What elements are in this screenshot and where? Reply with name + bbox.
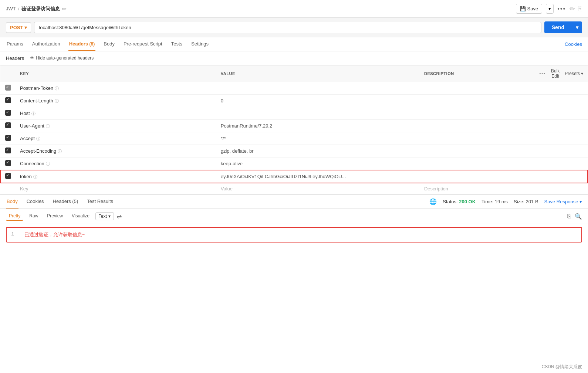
format-select[interactable]: Text ▾	[95, 212, 114, 220]
tab-settings[interactable]: Settings	[190, 37, 209, 51]
info-icon[interactable]: ⓘ	[55, 99, 59, 103]
format-label: Text	[99, 214, 107, 219]
info-icon[interactable]: ⓘ	[33, 174, 37, 179]
save-dropdown-button[interactable]: ▾	[546, 4, 554, 14]
value-cell: keep-alive	[216, 157, 420, 170]
value-cell	[216, 107, 420, 120]
desc-cell	[420, 107, 535, 120]
search-response-icon[interactable]: 🔍	[575, 213, 582, 220]
bulk-edit-button[interactable]: Bulk Edit	[551, 68, 560, 79]
row-checkbox[interactable]	[5, 160, 11, 166]
wrap-button[interactable]: ⇌	[117, 213, 122, 220]
tab-params[interactable]: Params	[6, 37, 24, 51]
info-icon[interactable]: ⓘ	[46, 162, 50, 166]
row-checkbox[interactable]	[5, 147, 11, 153]
edit-icon[interactable]: ✏	[62, 6, 67, 12]
row-actions	[535, 132, 588, 145]
response-section: Body Cookies Headers (5) Test Results 🌐 …	[0, 194, 588, 243]
empty-desc-cell[interactable]: Description	[420, 183, 535, 194]
send-label: Send	[544, 21, 572, 33]
response-line: 1 已通过验证，允许获取信息~	[11, 231, 577, 238]
row-checkbox[interactable]	[5, 122, 11, 128]
top-bar-left: JWT / 验证登录访问信息 ✏	[6, 6, 67, 12]
row-actions	[535, 120, 588, 132]
send-button[interactable]: Send ▾	[544, 21, 582, 33]
cookies-link[interactable]: Cookies	[565, 41, 582, 47]
view-toolbar: Pretty Raw Preview Visualize Text ▾ ⇌ ⎘ …	[0, 209, 588, 224]
copy-response-icon[interactable]: ⎘	[567, 213, 571, 220]
checkbox-cell	[0, 107, 16, 120]
send-dropdown-icon[interactable]: ▾	[572, 21, 582, 33]
view-tab-pretty[interactable]: Pretty	[6, 212, 23, 221]
status-label: Status: 200 OK	[443, 199, 476, 204]
th-value: VALUE	[216, 65, 420, 82]
view-tab-visualize[interactable]: Visualize	[69, 212, 92, 221]
copy-icon[interactable]: ⎘	[578, 5, 582, 13]
response-tab-cookies[interactable]: Cookies	[26, 195, 45, 208]
tab-pre-request-script[interactable]: Pre-request Script	[123, 37, 163, 51]
row-checkbox[interactable]	[5, 135, 11, 141]
info-icon[interactable]: ⓘ	[58, 149, 62, 153]
save-response-button[interactable]: Save Response ▾	[544, 199, 582, 204]
save-button[interactable]: 💾 Save	[516, 4, 543, 14]
row-checkbox[interactable]	[5, 173, 11, 179]
pencil-icon[interactable]: ✏	[570, 5, 575, 13]
response-tab-test-results[interactable]: Test Results	[86, 195, 114, 208]
presets-button[interactable]: Presets ▾	[565, 71, 583, 76]
key-cell: Postman-Tokenⓘ	[16, 82, 216, 95]
table-row: tokenⓘ eyJ0eXAiOiJKV1QiLCJhbGciOiJIUzI1N…	[0, 170, 588, 183]
save-response-dropdown-icon: ▾	[579, 199, 582, 204]
method-select[interactable]: POST ▾	[6, 22, 31, 33]
value-cell: eyJ0eXAiOiJKV1QiLCJhbGciOiJIUzI1NiJ9.eyJ…	[216, 170, 420, 183]
column-more-icon[interactable]: •••	[539, 71, 546, 76]
headers-table-container: KEY VALUE DESCRIPTION ••• Bulk Edit Pres…	[0, 65, 588, 194]
desc-cell	[420, 132, 535, 145]
headers-badge: (8)	[89, 41, 95, 47]
url-input[interactable]	[34, 22, 541, 33]
empty-key-cell[interactable]: Key	[16, 183, 216, 194]
tab-authorization[interactable]: Authorization	[31, 37, 61, 51]
line-number: 1	[11, 231, 18, 238]
empty-row: Key Value Description	[0, 183, 588, 194]
row-actions	[535, 145, 588, 157]
tab-headers[interactable]: Headers (8)	[68, 37, 96, 51]
info-icon[interactable]: ⓘ	[46, 124, 50, 128]
response-tab-headers[interactable]: Headers (5)	[52, 195, 79, 208]
hide-auto-generated-button[interactable]: 👁 Hide auto-generated headers	[28, 54, 96, 62]
view-tab-raw[interactable]: Raw	[26, 212, 41, 221]
view-tab-preview[interactable]: Preview	[44, 212, 66, 221]
breadcrumb-separator: /	[18, 6, 20, 11]
response-tab-body[interactable]: Body	[6, 195, 18, 208]
response-body-wrapper: 1 已通过验证，允许获取信息~	[6, 227, 582, 243]
table-row: User-Agentⓘ PostmanRuntime/7.29.2	[0, 120, 588, 132]
tab-tests[interactable]: Tests	[170, 37, 183, 51]
info-icon[interactable]: ⓘ	[31, 111, 36, 116]
info-icon[interactable]: ⓘ	[36, 136, 40, 141]
row-checkbox[interactable]	[5, 110, 11, 116]
method-dropdown-icon: ▾	[24, 25, 27, 30]
table-row: Hostⓘ	[0, 107, 588, 120]
row-checkbox[interactable]	[5, 97, 11, 103]
row-actions	[535, 82, 588, 95]
table-row: Content-Lengthⓘ 0	[0, 95, 588, 107]
value-cell: */*	[216, 132, 420, 145]
row-actions	[535, 170, 588, 183]
headers-table: KEY VALUE DESCRIPTION ••• Bulk Edit Pres…	[0, 65, 588, 194]
empty-value-cell[interactable]: Value	[216, 183, 420, 194]
checkbox-cell	[0, 95, 16, 107]
more-options-button[interactable]: •••	[557, 6, 566, 12]
breadcrumb-root: JWT	[6, 6, 16, 11]
table-row: Postman-Tokenⓘ	[0, 82, 588, 95]
tab-body[interactable]: Body	[103, 37, 115, 51]
breadcrumb: JWT / 验证登录访问信息 ✏	[6, 6, 67, 12]
row-checkbox[interactable]	[5, 85, 11, 91]
th-actions: ••• Bulk Edit Presets ▾	[535, 65, 588, 82]
desc-cell	[420, 157, 535, 170]
checkbox-cell	[0, 120, 16, 132]
info-icon[interactable]: ⓘ	[55, 86, 59, 91]
table-row: Connectionⓘ keep-alive	[0, 157, 588, 170]
key-cell: User-Agentⓘ	[16, 120, 216, 132]
key-cell: Connectionⓘ	[16, 157, 216, 170]
line-content: 已通过验证，允许获取信息~	[24, 231, 85, 238]
value-cell	[216, 82, 420, 95]
